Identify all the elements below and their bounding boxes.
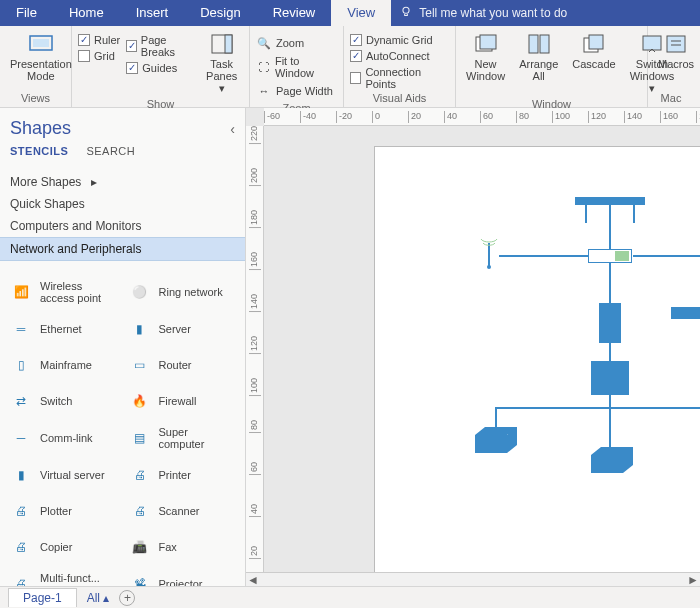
shape-item[interactable]: 🖨Copier — [4, 529, 123, 565]
rack-shape[interactable] — [671, 307, 700, 319]
shape-label: Comm-link — [40, 432, 93, 444]
dynamic-grid-checkbox[interactable]: Dynamic Grid — [350, 34, 449, 46]
group-views-label: Views — [6, 90, 65, 107]
tab-home[interactable]: Home — [53, 0, 120, 26]
shape-icon: 🖨 — [129, 500, 151, 522]
connection-points-checkbox[interactable]: Connection Points — [350, 66, 449, 90]
tell-me-search[interactable]: Tell me what you want to do — [399, 5, 567, 22]
connector[interactable] — [609, 343, 611, 361]
computers-monitors-item[interactable]: Computers and Monitors — [0, 215, 245, 237]
shape-icon: ─ — [10, 427, 32, 449]
connector[interactable] — [495, 407, 700, 409]
scroll-right-icon[interactable]: ► — [686, 573, 700, 587]
shape-icon: ▭ — [129, 354, 151, 376]
shape-label: Server — [159, 323, 191, 335]
presentation-mode-button[interactable]: Presentation Mode — [6, 30, 76, 84]
shape-item[interactable]: ▯Mainframe — [4, 347, 123, 383]
guides-checkbox[interactable]: Guides — [126, 62, 194, 74]
shape-icon: 📶 — [10, 281, 32, 303]
wireless-antenna-shape[interactable] — [477, 235, 501, 269]
network-peripherals-item[interactable]: Network and Peripherals — [0, 237, 245, 261]
shape-item[interactable]: ▭Router — [123, 347, 242, 383]
shape-label: Fax — [159, 541, 177, 553]
tab-file[interactable]: File — [0, 0, 53, 26]
switch-shape[interactable] — [591, 361, 629, 395]
svg-point-0 — [403, 7, 409, 13]
cascade-icon — [582, 32, 606, 56]
pc-box-shape[interactable] — [471, 423, 521, 457]
task-panes-button[interactable]: Task Panes ▾ — [200, 30, 243, 96]
shape-label: Printer — [159, 469, 191, 481]
shape-icon: ▮ — [129, 318, 151, 340]
svg-point-13 — [487, 265, 491, 269]
grid-checkbox[interactable]: Grid — [78, 50, 120, 62]
search-tab[interactable]: SEARCH — [86, 145, 135, 157]
shape-item[interactable]: 🖨Printer — [123, 457, 242, 493]
server-shape[interactable] — [599, 303, 621, 343]
ruler-checkbox[interactable]: Ruler — [78, 34, 120, 46]
shape-icon: 📽 — [129, 573, 151, 586]
shape-item[interactable]: ▤Super computer — [123, 419, 242, 457]
svg-rect-2 — [33, 39, 49, 47]
page-tab[interactable]: Page-1 — [8, 588, 77, 607]
tab-design[interactable]: Design — [184, 0, 256, 26]
shape-icon: ▯ — [10, 354, 32, 376]
add-page-button[interactable]: + — [119, 590, 135, 606]
shape-icon: 🖨 — [129, 464, 151, 486]
quick-shapes-item[interactable]: Quick Shapes — [0, 193, 245, 215]
more-shapes-item[interactable]: More Shapes▸ — [0, 171, 245, 193]
horizontal-scrollbar[interactable]: ◄► — [246, 572, 700, 586]
fit-window-button[interactable]: ⛶Fit to Window — [256, 54, 337, 80]
drawing-canvas[interactable] — [264, 126, 700, 572]
svg-rect-7 — [529, 35, 538, 53]
shape-item[interactable]: ⚪Ring network — [123, 273, 242, 311]
connector[interactable] — [585, 205, 587, 223]
autoconnect-checkbox[interactable]: AutoConnect — [350, 50, 449, 62]
zoom-button[interactable]: 🔍Zoom — [256, 34, 337, 52]
patch-panel-shape[interactable] — [575, 197, 645, 205]
lightbulb-icon — [399, 5, 413, 22]
all-pages-button[interactable]: All ▴ — [87, 591, 110, 605]
tab-review[interactable]: Review — [257, 0, 332, 26]
cascade-button[interactable]: Cascade — [568, 30, 619, 96]
shape-item[interactable]: 🖨Multi-funct... device — [4, 565, 123, 586]
pagebreaks-checkbox[interactable]: Page Breaks — [126, 34, 194, 58]
shape-item[interactable]: ▮Virtual server — [4, 457, 123, 493]
connector[interactable] — [609, 205, 611, 249]
stencils-tab[interactable]: STENCILS — [10, 145, 68, 157]
connector[interactable] — [633, 205, 635, 223]
shape-item[interactable]: 📶Wireless access point — [4, 273, 123, 311]
chevron-right-icon: ▸ — [91, 175, 97, 189]
connector[interactable] — [633, 255, 700, 257]
arrange-all-button[interactable]: Arrange All — [515, 30, 562, 96]
presentation-label: Presentation Mode — [10, 58, 72, 82]
shape-item[interactable]: 🔥Firewall — [123, 383, 242, 419]
shape-label: Scanner — [159, 505, 200, 517]
page-width-button[interactable]: ↔Page Width — [256, 82, 337, 100]
shape-item[interactable]: 🖨Plotter — [4, 493, 123, 529]
shape-item[interactable]: ═Ethernet — [4, 311, 123, 347]
arrange-icon — [527, 32, 551, 56]
shape-item[interactable]: 🖨Scanner — [123, 493, 242, 529]
connector[interactable] — [499, 255, 589, 257]
shape-item[interactable]: ⇄Switch — [4, 383, 123, 419]
macros-button[interactable]: Macros — [654, 30, 698, 72]
scroll-left-icon[interactable]: ◄ — [246, 573, 260, 587]
tab-insert[interactable]: Insert — [120, 0, 185, 26]
shape-item[interactable]: ▮Server — [123, 311, 242, 347]
zoom-icon: 🔍 — [256, 35, 272, 51]
new-window-button[interactable]: New Window — [462, 30, 509, 96]
shape-item[interactable]: 📽Projector — [123, 565, 242, 586]
page[interactable] — [374, 146, 700, 572]
connector[interactable] — [609, 263, 611, 303]
pc-box-shape[interactable] — [587, 443, 637, 477]
shape-item[interactable]: ─Comm-link — [4, 419, 123, 457]
svg-rect-10 — [589, 35, 603, 49]
shape-label: Super computer — [159, 426, 236, 450]
tab-view[interactable]: View — [331, 0, 391, 26]
group-macros-label: Mac — [654, 90, 688, 107]
shape-item[interactable]: 📠Fax — [123, 529, 242, 565]
collapse-shapes-icon[interactable]: ‹ — [230, 121, 235, 137]
connector[interactable] — [609, 395, 611, 447]
shape-label: Ethernet — [40, 323, 82, 335]
